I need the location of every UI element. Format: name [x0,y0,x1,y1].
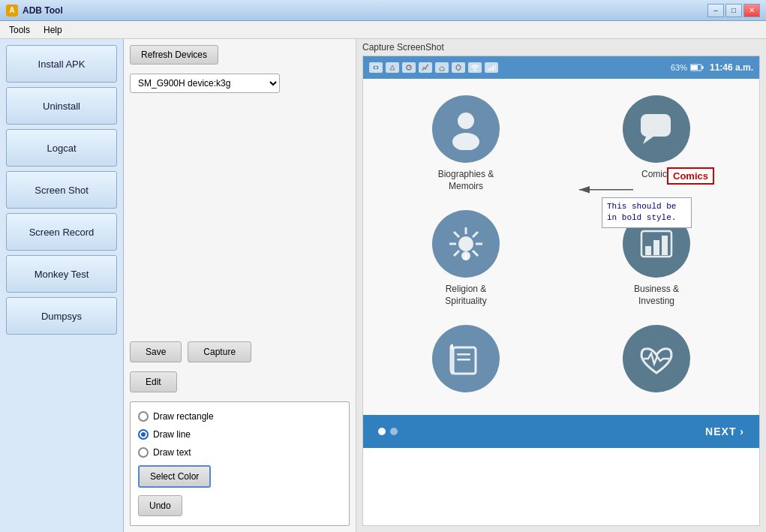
sidebar-item-screenshot[interactable]: Screen Shot [6,171,117,209]
device-panel: Capture ScreenShot [356,39,766,532]
refresh-devices-button[interactable]: Refresh Devices [130,45,218,65]
title-text: ADB Tool [23,5,63,16]
svg-point-4 [474,69,476,71]
app-label-comics: Comics [641,169,671,181]
menu-help[interactable]: Help [38,23,68,37]
sidebar-item-uninstall[interactable]: Uninstall [6,87,117,125]
draw-line-label: Draw line [153,429,191,440]
center-panel: Refresh Devices SM_G900H device:k3g Save… [124,39,356,532]
svg-point-12 [458,113,474,129]
app-icon-biographies [432,95,500,163]
app-cell-religion[interactable]: Religion &Spirituality [371,201,561,316]
dot-1 [378,428,386,435]
select-color-button[interactable]: Select Color [138,465,211,488]
status-icons-left [369,62,498,73]
draw-text-radio[interactable] [138,447,149,458]
app-cell-business[interactable]: Business &Investing [561,201,752,316]
person-icon [447,109,485,150]
battery-icon [690,64,704,71]
save-capture-row: Save Capture [130,341,350,362]
svg-point-13 [452,133,479,150]
svg-rect-7 [492,66,494,71]
status-time: 11:46 a.m. [710,62,753,73]
sidebar-item-logcat[interactable]: Logcat [6,129,117,167]
status-icon-6 [452,62,465,73]
draw-rectangle-radio[interactable] [138,411,149,422]
draw-rectangle-label: Draw rectangle [153,411,214,422]
status-icon-4 [419,62,432,73]
svg-rect-28 [653,240,659,255]
maximize-button[interactable]: □ [725,4,742,17]
draw-text-option[interactable]: Draw text [138,447,341,458]
app-label-business: Business &Investing [634,284,679,307]
svg-point-16 [458,236,473,251]
main-layout: Install APK Uninstall Logcat Screen Shot… [0,39,766,532]
phone-status-bar: 63% 11:46 a.m. [363,56,759,79]
svg-line-24 [454,251,459,256]
close-button[interactable]: ✕ [743,4,760,17]
status-icon-3 [402,62,416,73]
svg-rect-31 [457,353,470,356]
svg-marker-15 [643,137,653,144]
undo-button[interactable]: Undo [138,495,182,516]
svg-line-3 [409,66,410,68]
device-select[interactable]: SM_G900H device:k3g [130,74,280,93]
device-select-row: SM_G900H device:k3g [130,74,350,93]
status-icon-5 [435,62,449,73]
sidebar-item-dumpsys[interactable]: Dumpsys [6,297,117,335]
app-cell-comics[interactable]: Comics [561,86,752,201]
next-button[interactable]: NEXT › [705,425,744,437]
app-grid: Biographies &Memoirs Comics [363,79,759,415]
draw-options-panel: Draw rectangle Draw line Draw text Selec… [130,401,350,526]
draw-text-label: Draw text [153,447,191,458]
capture-title: Capture ScreenShot [356,39,766,56]
svg-rect-32 [457,359,470,361]
app-icon: A [6,5,18,17]
draw-line-radio[interactable] [138,429,149,440]
heart-icon [638,340,675,377]
menu-tools[interactable]: Tools [3,23,36,37]
sidebar-item-monkey-test[interactable]: Monkey Test [6,255,117,293]
app-icon-religion [432,210,500,278]
app-label-religion: Religion &Spirituality [445,284,486,307]
svg-line-23 [473,232,478,237]
svg-rect-14 [641,114,671,137]
speech-icon [637,110,676,148]
app-cell-biographies[interactable]: Biographies &Memoirs [371,86,561,201]
svg-line-22 [473,251,478,256]
menu-bar: Tools Help [0,21,766,39]
svg-rect-5 [488,69,489,71]
svg-rect-29 [662,236,668,255]
svg-point-25 [461,251,470,260]
sidebar: Install APK Uninstall Logcat Screen Shot… [0,39,124,532]
app-label-biographies: Biographies &Memoirs [438,169,494,192]
status-bar-right: 63% 11:46 a.m. [671,62,753,73]
capture-button[interactable]: Capture [188,341,251,362]
signal-icon [485,62,498,73]
wifi-icon [468,62,482,73]
app-icon-comics [623,95,690,163]
minimize-button[interactable]: – [707,4,724,17]
sun-icon [446,224,485,263]
dot-2 [390,428,398,435]
chart-icon [638,225,675,263]
sidebar-item-install-apk[interactable]: Install APK [6,45,117,83]
draw-rectangle-option[interactable]: Draw rectangle [138,411,341,422]
next-bar: NEXT › [363,415,759,448]
save-button[interactable]: Save [130,341,182,362]
sidebar-item-screen-record[interactable]: Screen Record [6,213,117,251]
svg-rect-6 [490,68,491,71]
app-cell-scroll[interactable] [371,316,561,407]
edit-button[interactable]: Edit [130,371,177,392]
dot-indicators [378,428,398,435]
svg-rect-8 [494,65,496,71]
status-icon-1 [369,62,383,73]
svg-rect-10 [691,65,698,70]
app-cell-health[interactable] [561,316,752,407]
svg-line-21 [454,232,459,237]
status-icon-2 [386,62,399,73]
svg-rect-27 [645,246,651,255]
title-bar: A ADB Tool – □ ✕ [0,0,766,21]
scroll-icon [447,340,485,377]
draw-line-option[interactable]: Draw line [138,429,341,440]
